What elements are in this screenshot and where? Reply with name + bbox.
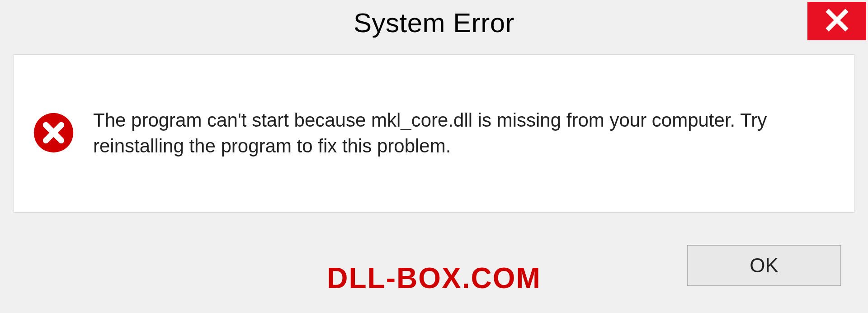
dialog-title: System Error bbox=[354, 7, 514, 38]
content-panel: The program can't start because mkl_core… bbox=[14, 54, 854, 213]
footer: DLL-BOX.COM OK bbox=[0, 232, 868, 313]
ok-button[interactable]: OK bbox=[687, 245, 841, 286]
close-button[interactable] bbox=[807, 2, 866, 40]
watermark-text: DLL-BOX.COM bbox=[327, 261, 541, 295]
error-message: The program can't start because mkl_core… bbox=[93, 108, 794, 159]
close-icon bbox=[825, 8, 849, 34]
ok-button-label: OK bbox=[750, 254, 778, 277]
error-icon bbox=[32, 111, 75, 156]
titlebar: System Error bbox=[0, 0, 868, 45]
